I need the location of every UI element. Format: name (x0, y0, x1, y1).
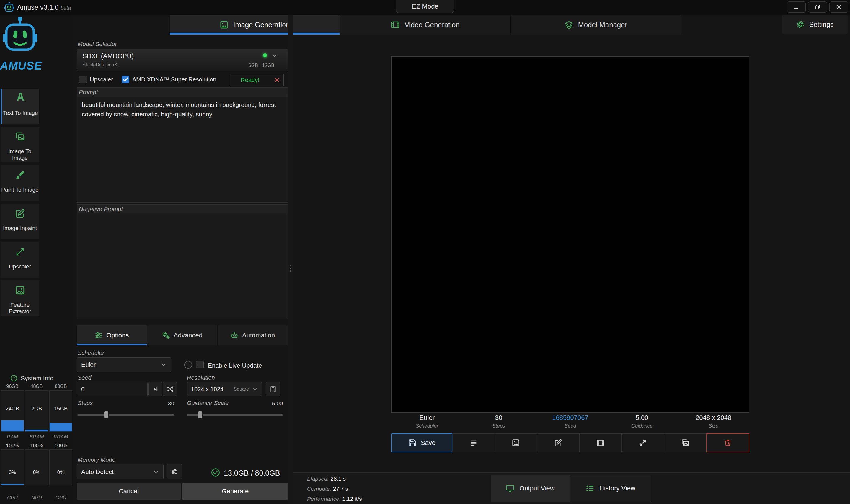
amuse-logo-text: AMUSE (0, 60, 40, 72)
xdna-super-resolution-checkbox[interactable] (122, 76, 129, 83)
paintbrush-icon (1, 170, 39, 180)
steps-slider-thumb[interactable] (104, 411, 109, 419)
gauge-icon (10, 374, 18, 382)
delete-button[interactable] (706, 433, 749, 452)
upscaler-checkbox[interactable] (79, 76, 87, 83)
app-title: Amuse v3.1.0 beta (17, 3, 71, 12)
tab-model-manager[interactable]: Model Manager (511, 15, 682, 35)
model-name: SDXL (AMDGPU) (83, 52, 134, 60)
randomize-seed-button[interactable] (163, 382, 177, 396)
sidebar-item-image-to-image[interactable]: Image To Image (1, 127, 39, 162)
save-label: Save (421, 439, 435, 447)
sidebar-item-feature-extractor[interactable]: Feature Extractor (1, 281, 39, 316)
model-ready-button[interactable]: Ready! (230, 74, 270, 86)
elapsed-status: Elapsed: 28.1 s (307, 476, 346, 482)
compare-images-button[interactable] (664, 433, 706, 452)
gpu-label: GPU (49, 495, 72, 501)
upscaler-checkbox-label: Upscaler (90, 76, 113, 83)
info-scheduler: Euler Scheduler (391, 414, 463, 432)
tab-advanced[interactable]: Advanced (147, 325, 218, 345)
restore-button[interactable] (808, 1, 827, 13)
info-steps: 30 Steps (463, 414, 535, 432)
guidance-scale-slider[interactable] (186, 411, 283, 419)
generate-button[interactable]: Generate (182, 483, 288, 500)
minimize-button[interactable] (787, 1, 806, 13)
xdna-super-resolution-label: AMD XDNA™ Super Resolution (132, 76, 216, 83)
tab-image-generation-label: Image Generation (233, 21, 290, 29)
negative-prompt-input[interactable] (77, 214, 288, 319)
save-icon (408, 439, 417, 447)
gear-icon (796, 20, 805, 29)
video-generation-icon (391, 20, 400, 29)
tab-model-manager-label: Model Manager (578, 21, 627, 29)
memory-tune-button[interactable] (166, 464, 182, 480)
seed-value-link[interactable]: 1685907067 (535, 414, 606, 421)
output-view-label: Output View (519, 485, 555, 492)
sidebar-item-upscaler[interactable]: Upscaler (1, 242, 39, 277)
negative-prompt-field: Negative Prompt (77, 204, 288, 319)
upscale-button[interactable] (621, 433, 664, 452)
window-controls (787, 1, 848, 13)
negative-prompt-label: Negative Prompt (77, 204, 288, 214)
cancel-button[interactable]: Cancel (77, 483, 181, 500)
seed-label: Seed (78, 374, 92, 381)
sidebar-item-paint-to-image[interactable]: Paint To Image (1, 165, 39, 201)
steps-slider[interactable] (77, 411, 174, 419)
tab-automation[interactable]: Automation (218, 325, 288, 345)
system-info-header: System Info (10, 374, 53, 382)
close-button[interactable] (829, 1, 848, 13)
model-unload-button[interactable] (270, 74, 284, 86)
output-image-viewport (391, 56, 749, 413)
cancel-label: Cancel (119, 487, 139, 495)
live-update-indicator[interactable] (184, 361, 192, 369)
tab-options-label: Options (106, 331, 129, 339)
model-type: StableDiffusionXL (83, 62, 120, 68)
info-seed: 1685907067 Seed (535, 414, 606, 432)
enable-live-update-checkbox[interactable] (196, 361, 204, 368)
tab-video-generation[interactable]: Video Generation (340, 15, 511, 35)
sidebar-item-label: Paint To Image (1, 186, 39, 193)
ram-capacity: 96GB (1, 384, 24, 389)
guidance-scale-value: 5.00 (256, 400, 283, 407)
red-x-icon (274, 77, 280, 83)
resolution-label: Resolution (187, 374, 215, 381)
tune-sliders-icon (170, 468, 178, 476)
vram-meter: 15GB (49, 390, 72, 432)
scheduler-dropdown[interactable]: Euler (77, 357, 171, 372)
tab-options[interactable]: Options (77, 325, 147, 345)
save-button[interactable]: Save (391, 433, 453, 452)
resolution-dropdown[interactable]: 1024 x 1024 Square (186, 382, 262, 396)
history-view-button[interactable]: History View (570, 475, 651, 502)
send-to-video-button[interactable] (579, 433, 622, 452)
settings-button[interactable]: Settings (782, 15, 848, 34)
film-icon (596, 439, 605, 447)
metadata-button[interactable] (452, 433, 495, 452)
send-to-edit-button[interactable] (537, 433, 580, 452)
memory-mode-dropdown[interactable]: Auto Detect (77, 464, 164, 480)
resolution-calculator-button[interactable] (266, 382, 281, 396)
sidebar-item-image-inpaint[interactable]: Image Inpaint (1, 204, 39, 239)
check-circle-icon (211, 468, 220, 477)
model-selector-dropdown[interactable]: SDXL (AMDGPU) StableDiffusionXL 6GB - 12… (77, 49, 288, 71)
tab-image-generation[interactable]: Image Generation (170, 15, 340, 35)
steps-label: Steps (78, 400, 93, 407)
panel-splitter[interactable] (288, 15, 293, 504)
ez-mode-button[interactable]: EZ Mode (396, 0, 454, 13)
image-to-image-icon (1, 132, 39, 142)
generate-label: Generate (222, 487, 249, 495)
resolution-aspect-tag: Square (234, 386, 249, 392)
send-to-image-button[interactable] (494, 433, 537, 452)
ram-meter: 24GB (1, 390, 24, 432)
seed-input[interactable] (77, 382, 148, 396)
reuse-seed-button[interactable] (148, 382, 162, 396)
enable-live-update-label: Enable Live Update (208, 362, 262, 369)
sidebar-item-label: Image Inpaint (1, 225, 39, 232)
guidance-slider-thumb[interactable] (198, 411, 202, 419)
prompt-input[interactable]: beautiful mountain landscape, winter, mo… (77, 96, 288, 202)
sidebar-item-label: Feature Extractor (1, 302, 39, 315)
sidebar-item-text-to-image[interactable]: A Text To Image (1, 89, 39, 124)
output-view-button[interactable]: Output View (491, 475, 570, 502)
status-footer: Elapsed: 28.1 s Compute: 27.7 s Performa… (293, 472, 850, 504)
npu-label: NPU (25, 495, 48, 501)
gpu-meter: 0% (49, 449, 72, 485)
